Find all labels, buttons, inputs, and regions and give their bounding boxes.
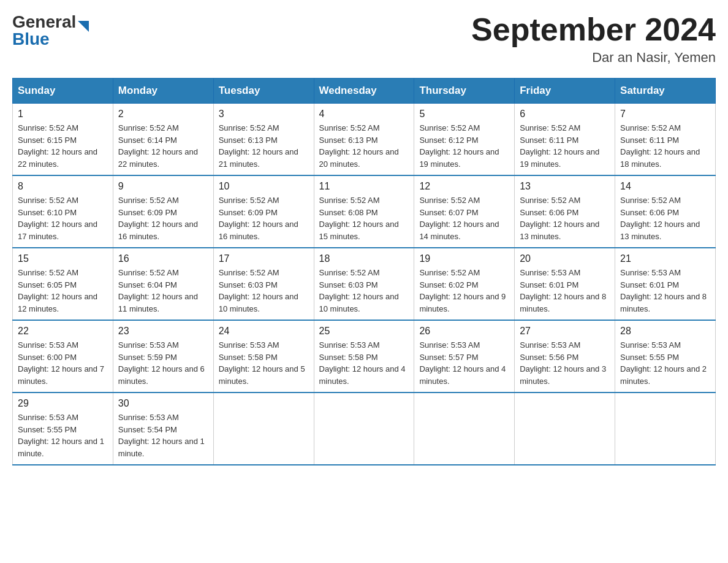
month-title: September 2024 [471,12,716,47]
header-saturday: Saturday [615,79,716,104]
day-info: Sunrise: 5:52 AMSunset: 6:09 PMDaylight:… [118,196,198,241]
day-info: Sunrise: 5:53 AMSunset: 5:55 PMDaylight:… [18,413,104,458]
calendar-cell [213,393,314,465]
logo-blue-text: Blue [12,29,89,49]
day-info: Sunrise: 5:53 AMSunset: 5:56 PMDaylight:… [520,340,606,386]
day-number: 10 [219,181,309,192]
calendar-cell: 26 Sunrise: 5:53 AMSunset: 5:57 PMDaylig… [414,320,515,393]
week-row-2: 15 Sunrise: 5:52 AMSunset: 6:05 PMDaylig… [13,248,716,320]
calendar-cell: 21 Sunrise: 5:53 AMSunset: 6:01 PMDaylig… [615,248,716,320]
calendar-cell: 5 Sunrise: 5:52 AMSunset: 6:12 PMDayligh… [414,104,515,176]
day-info: Sunrise: 5:52 AMSunset: 6:02 PMDaylight:… [419,268,506,313]
header-wednesday: Wednesday [314,79,414,104]
calendar-cell: 6 Sunrise: 5:52 AMSunset: 6:11 PMDayligh… [515,104,615,176]
day-number: 17 [219,253,309,264]
day-number: 5 [419,109,509,120]
calendar-cell: 12 Sunrise: 5:52 AMSunset: 6:07 PMDaylig… [414,175,515,248]
calendar-cell: 28 Sunrise: 5:53 AMSunset: 5:55 PMDaylig… [615,320,716,393]
title-block: September 2024 Dar an Nasir, Yemen [471,12,716,66]
day-info: Sunrise: 5:52 AMSunset: 6:05 PMDaylight:… [18,268,97,313]
day-info: Sunrise: 5:53 AMSunset: 5:54 PMDaylight:… [118,413,205,458]
week-row-1: 8 Sunrise: 5:52 AMSunset: 6:10 PMDayligh… [13,175,716,248]
day-number: 22 [18,326,108,337]
day-info: Sunrise: 5:53 AMSunset: 5:58 PMDaylight:… [319,340,406,386]
day-info: Sunrise: 5:52 AMSunset: 6:13 PMDaylight:… [319,123,399,169]
calendar-cell: 15 Sunrise: 5:52 AMSunset: 6:05 PMDaylig… [13,248,113,320]
header-tuesday: Tuesday [213,79,314,104]
day-number: 16 [118,253,208,264]
calendar-cell: 4 Sunrise: 5:52 AMSunset: 6:13 PMDayligh… [314,104,414,176]
day-number: 8 [18,181,108,192]
day-number: 9 [118,181,208,192]
day-info: Sunrise: 5:52 AMSunset: 6:06 PMDaylight:… [520,196,599,241]
calendar-cell [515,393,615,465]
calendar-cell: 22 Sunrise: 5:53 AMSunset: 6:00 PMDaylig… [13,320,113,393]
calendar-cell: 29 Sunrise: 5:53 AMSunset: 5:55 PMDaylig… [13,393,113,465]
day-info: Sunrise: 5:52 AMSunset: 6:04 PMDaylight:… [118,268,198,313]
calendar-cell: 17 Sunrise: 5:52 AMSunset: 6:03 PMDaylig… [213,248,314,320]
day-info: Sunrise: 5:53 AMSunset: 5:57 PMDaylight:… [419,340,506,386]
day-info: Sunrise: 5:53 AMSunset: 5:55 PMDaylight:… [620,340,707,386]
day-number: 23 [118,326,208,337]
location: Dar an Nasir, Yemen [471,50,716,66]
day-info: Sunrise: 5:52 AMSunset: 6:08 PMDaylight:… [319,196,399,241]
calendar-cell: 11 Sunrise: 5:52 AMSunset: 6:08 PMDaylig… [314,175,414,248]
day-info: Sunrise: 5:52 AMSunset: 6:03 PMDaylight:… [319,268,399,313]
day-info: Sunrise: 5:52 AMSunset: 6:07 PMDaylight:… [419,196,499,241]
day-number: 18 [319,253,409,264]
calendar-cell: 10 Sunrise: 5:52 AMSunset: 6:09 PMDaylig… [213,175,314,248]
day-info: Sunrise: 5:52 AMSunset: 6:15 PMDaylight:… [18,123,97,169]
day-info: Sunrise: 5:52 AMSunset: 6:11 PMDaylight:… [620,123,700,169]
day-number: 28 [620,326,710,337]
calendar-cell [414,393,515,465]
calendar-table: SundayMondayTuesdayWednesdayThursdayFrid… [12,78,716,465]
day-info: Sunrise: 5:52 AMSunset: 6:11 PMDaylight:… [520,123,599,169]
day-number: 11 [319,181,409,192]
day-number: 19 [419,253,509,264]
calendar-cell: 25 Sunrise: 5:53 AMSunset: 5:58 PMDaylig… [314,320,414,393]
day-info: Sunrise: 5:52 AMSunset: 6:12 PMDaylight:… [419,123,499,169]
day-info: Sunrise: 5:52 AMSunset: 6:13 PMDaylight:… [219,123,298,169]
day-number: 27 [520,326,610,337]
day-number: 3 [219,109,309,120]
day-number: 20 [520,253,610,264]
day-number: 13 [520,181,610,192]
week-row-4: 29 Sunrise: 5:53 AMSunset: 5:55 PMDaylig… [13,393,716,465]
header-thursday: Thursday [414,79,515,104]
day-info: Sunrise: 5:52 AMSunset: 6:10 PMDaylight:… [18,196,97,241]
header-sunday: Sunday [13,79,113,104]
header-friday: Friday [515,79,615,104]
calendar-cell: 18 Sunrise: 5:52 AMSunset: 6:03 PMDaylig… [314,248,414,320]
calendar-cell: 8 Sunrise: 5:52 AMSunset: 6:10 PMDayligh… [13,175,113,248]
day-info: Sunrise: 5:52 AMSunset: 6:14 PMDaylight:… [118,123,198,169]
day-info: Sunrise: 5:52 AMSunset: 6:03 PMDaylight:… [219,268,298,313]
calendar-cell: 23 Sunrise: 5:53 AMSunset: 5:59 PMDaylig… [113,320,213,393]
day-info: Sunrise: 5:53 AMSunset: 6:00 PMDaylight:… [18,340,104,386]
day-number: 2 [118,109,208,120]
day-info: Sunrise: 5:53 AMSunset: 6:01 PMDaylight:… [520,268,606,313]
week-row-3: 22 Sunrise: 5:53 AMSunset: 6:00 PMDaylig… [13,320,716,393]
calendar-cell: 27 Sunrise: 5:53 AMSunset: 5:56 PMDaylig… [515,320,615,393]
day-number: 21 [620,253,710,264]
calendar-cell: 2 Sunrise: 5:52 AMSunset: 6:14 PMDayligh… [113,104,213,176]
calendar-cell: 7 Sunrise: 5:52 AMSunset: 6:11 PMDayligh… [615,104,716,176]
calendar-cell: 30 Sunrise: 5:53 AMSunset: 5:54 PMDaylig… [113,393,213,465]
day-number: 26 [419,326,509,337]
calendar-cell: 9 Sunrise: 5:52 AMSunset: 6:09 PMDayligh… [113,175,213,248]
day-number: 6 [520,109,610,120]
day-number: 29 [18,398,108,409]
calendar-cell [615,393,716,465]
page-header: General Blue September 2024 Dar an Nasir… [12,12,716,66]
logo: General Blue [12,12,89,49]
calendar-cell: 14 Sunrise: 5:52 AMSunset: 6:06 PMDaylig… [615,175,716,248]
day-info: Sunrise: 5:52 AMSunset: 6:09 PMDaylight:… [219,196,298,241]
day-number: 24 [219,326,309,337]
day-number: 30 [118,398,208,409]
calendar-cell [314,393,414,465]
day-number: 25 [319,326,409,337]
calendar-cell: 24 Sunrise: 5:53 AMSunset: 5:58 PMDaylig… [213,320,314,393]
calendar-cell: 16 Sunrise: 5:52 AMSunset: 6:04 PMDaylig… [113,248,213,320]
day-info: Sunrise: 5:53 AMSunset: 5:59 PMDaylight:… [118,340,205,386]
header-row: SundayMondayTuesdayWednesdayThursdayFrid… [13,79,716,104]
day-number: 4 [319,109,409,120]
